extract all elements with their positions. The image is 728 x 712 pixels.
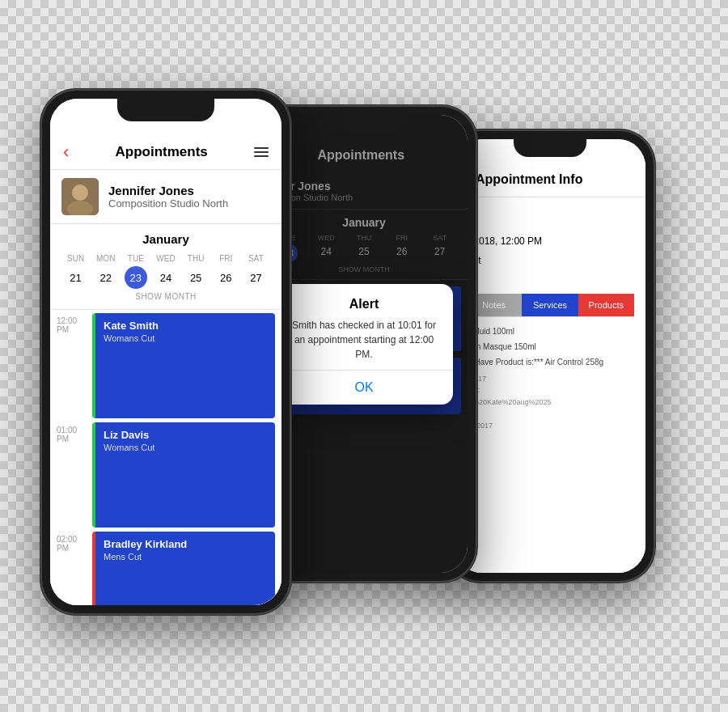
back-screen-content: ‹ Appointment Info or 55 y 2018, 12:00 P… xyxy=(455,139,645,573)
back-notch xyxy=(514,139,586,157)
middle-notch xyxy=(324,115,404,134)
cal-day-24[interactable]: 24 xyxy=(154,266,177,289)
cal-day-22[interactable]: 22 xyxy=(95,266,117,289)
svg-point-1 xyxy=(72,184,88,201)
phone-front: ‹ Appointments xyxy=(40,89,291,615)
avatar xyxy=(61,178,99,215)
add-button[interactable]: ⊕ xyxy=(622,299,634,316)
apt-service-bradley: Mens Cut xyxy=(104,552,267,562)
apt-time-3: 02:00 PM xyxy=(50,528,92,553)
cal-day-27[interactable]: 27 xyxy=(244,266,267,289)
back-label-or: or xyxy=(466,206,634,214)
back-value-date: y 2018, 12:00 PM xyxy=(466,235,634,247)
cal-day-26[interactable]: 26 xyxy=(214,266,237,289)
apt-row-3: 02:00 PM Bradley Kirkland Mens Cut xyxy=(50,528,281,605)
back-value-55: 55 xyxy=(466,216,634,227)
user-info: Jennifer Jones Composition Studio North xyxy=(108,184,228,210)
tab-services[interactable]: Services xyxy=(522,294,578,316)
cal-header-tue: TUE xyxy=(121,252,150,265)
apt-name-bradley: Bradley Kirkland xyxy=(104,538,267,550)
apt-row-2: 01:00 PM Liz Davis Womans Cut xyxy=(50,419,281,528)
cal-header-sat: SAT xyxy=(242,252,270,265)
cal-day-21[interactable]: 21 xyxy=(65,266,87,289)
back-nav-bar: ‹ Appointment Info xyxy=(455,162,645,197)
cal-header-thu: THU xyxy=(182,252,210,265)
cal-header-mon: MON xyxy=(91,252,120,265)
middle-screen: ≡ Appointments nifer Jones position Stud… xyxy=(260,115,468,573)
cal-header-fri: FRI xyxy=(212,252,240,265)
back-content: or 55 y 2018, 12:00 PM Cut ce Notes Serv… xyxy=(455,197,645,439)
middle-screen-content: ≡ Appointments nifer Jones position Stud… xyxy=(260,115,468,573)
back-tabs: Notes Services Products ⊕ xyxy=(466,294,634,317)
back-button[interactable]: ‹ xyxy=(63,142,69,163)
phones-container: ‹ Appointments xyxy=(16,16,712,696)
calendar-section: January SUN MON TUE WED THU FRI SAT 21 2… xyxy=(50,224,281,310)
front-screen-content: ‹ Appointments xyxy=(50,99,281,605)
front-screen: ‹ Appointments xyxy=(50,99,281,605)
calendar-month: January xyxy=(61,232,270,246)
product-1: g Fluid 100ml xyxy=(466,324,634,339)
alert-message: Smith has checked in at 10:01 for an app… xyxy=(288,318,440,362)
cal-day-25[interactable]: 25 xyxy=(184,266,207,289)
apt-name-liz: Liz Davis xyxy=(104,429,267,441)
apt-time-1: 12:00 PM xyxy=(50,310,92,334)
back-meta: , 2017 olor: or%20Kate%20aug%2025 rd, 20… xyxy=(466,373,634,431)
apt-block-liz[interactable]: Liz Davis Womans Cut xyxy=(92,422,275,528)
appointments-list: 12:00 PM Kate Smith Womans Cut 01:00 PM … xyxy=(50,310,281,605)
product-2: sion Masque 150ml xyxy=(466,339,634,354)
apt-block-bradley[interactable]: Bradley Kirkland Mens Cut xyxy=(92,532,275,605)
user-header: Jennifer Jones Composition Studio North xyxy=(50,170,281,224)
nav-title: Appointments xyxy=(116,144,208,160)
back-nav-title: Appointment Info xyxy=(476,172,582,187)
product-3: st Have Product is:*** Air Control 258g xyxy=(466,354,634,370)
alert-title: Alert xyxy=(288,297,440,312)
apt-service-kate: Womans Cut xyxy=(104,333,267,343)
alert-overlay: Alert Smith has checked in at 10:01 for … xyxy=(260,115,468,573)
apt-block-kate[interactable]: Kate Smith Womans Cut xyxy=(92,313,275,418)
user-name: Jennifer Jones xyxy=(108,184,228,197)
calendar-grid: SUN MON TUE WED THU FRI SAT 21 22 23 24 … xyxy=(61,252,270,289)
user-role: Composition Studio North xyxy=(108,197,228,210)
front-notch xyxy=(117,99,214,121)
back-value-cut: Cut xyxy=(466,255,634,266)
apt-row-1: 12:00 PM Kate Smith Womans Cut xyxy=(50,310,281,418)
show-month[interactable]: SHOW MONTH xyxy=(61,289,270,304)
cal-header-wed: WED xyxy=(151,252,180,265)
front-nav-bar: ‹ Appointments xyxy=(50,134,281,170)
cal-header-sun: SUN xyxy=(61,252,90,265)
apt-time-2: 01:00 PM xyxy=(50,419,92,443)
back-value-ce: ce xyxy=(466,274,634,286)
cal-day-23[interactable]: 23 xyxy=(125,266,147,289)
apt-name-kate: Kate Smith xyxy=(104,320,267,332)
menu-button[interactable] xyxy=(254,147,269,157)
alert-content: Alert Smith has checked in at 10:01 for … xyxy=(275,284,453,370)
apt-service-liz: Womans Cut xyxy=(104,443,267,452)
back-phone-screen: ‹ Appointment Info or 55 y 2018, 12:00 P… xyxy=(455,139,645,573)
alert-ok-button[interactable]: OK xyxy=(275,371,453,405)
alert-dialog: Alert Smith has checked in at 10:01 for … xyxy=(275,284,453,405)
